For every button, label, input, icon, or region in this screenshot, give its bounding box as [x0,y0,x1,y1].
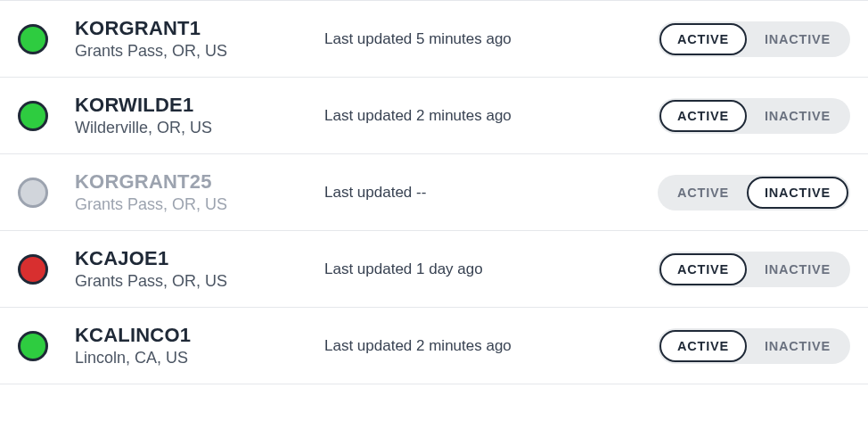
inactive-button[interactable]: INACTIVE [747,177,848,209]
station-info: KORGRANT1Grants Pass, OR, US [75,17,324,61]
station-info: KCALINCO1Lincoln, CA, US [75,324,324,368]
station-id[interactable]: KORGRANT1 [75,17,324,40]
status-indicator-icon [18,331,48,361]
station-location: Grants Pass, OR, US [75,272,324,291]
status-toggle: ACTIVEINACTIVE [658,98,850,134]
station-row: KCAJOE1Grants Pass, OR, USLast updated 1… [0,230,868,307]
station-row: KORGRANT1Grants Pass, OR, USLast updated… [0,0,868,77]
station-id[interactable]: KORWILDE1 [75,94,324,117]
station-location: Grants Pass, OR, US [75,42,324,61]
inactive-button[interactable]: INACTIVE [747,100,848,132]
station-info: KORGRANT25Grants Pass, OR, US [75,170,324,214]
status-indicator-icon [18,254,48,285]
active-button[interactable]: ACTIVE [659,253,747,285]
active-button[interactable]: ACTIVE [659,177,747,209]
inactive-button[interactable]: INACTIVE [747,23,848,55]
station-id[interactable]: KCAJOE1 [75,247,324,270]
status-toggle: ACTIVEINACTIVE [658,175,850,211]
active-button[interactable]: ACTIVE [659,100,747,132]
inactive-button[interactable]: INACTIVE [747,330,848,362]
station-row: KCALINCO1Lincoln, CA, USLast updated 2 m… [0,307,868,384]
station-list: KORGRANT1Grants Pass, OR, USLast updated… [0,0,868,384]
active-button[interactable]: ACTIVE [659,23,747,55]
active-button[interactable]: ACTIVE [659,330,747,362]
station-id[interactable]: KORGRANT25 [75,170,324,194]
station-location: Grants Pass, OR, US [75,195,324,214]
last-updated: Last updated 5 minutes ago [324,30,658,48]
station-info: KORWILDE1Wilderville, OR, US [75,94,324,137]
station-row: KORWILDE1Wilderville, OR, USLast updated… [0,77,868,153]
status-toggle: ACTIVEINACTIVE [658,21,850,57]
last-updated: Last updated 2 minutes ago [324,337,658,355]
last-updated: Last updated 1 day ago [324,260,658,278]
last-updated: Last updated -- [324,184,658,202]
station-id[interactable]: KCALINCO1 [75,324,324,347]
inactive-button[interactable]: INACTIVE [747,253,848,285]
station-location: Lincoln, CA, US [75,349,324,368]
station-info: KCAJOE1Grants Pass, OR, US [75,247,324,291]
status-toggle: ACTIVEINACTIVE [658,252,850,287]
status-indicator-icon [18,178,48,208]
station-location: Wilderville, OR, US [75,119,324,137]
status-toggle: ACTIVEINACTIVE [658,328,850,364]
last-updated: Last updated 2 minutes ago [324,107,658,125]
status-indicator-icon [18,24,48,54]
station-row: KORGRANT25Grants Pass, OR, USLast update… [0,153,868,230]
status-indicator-icon [18,101,48,131]
